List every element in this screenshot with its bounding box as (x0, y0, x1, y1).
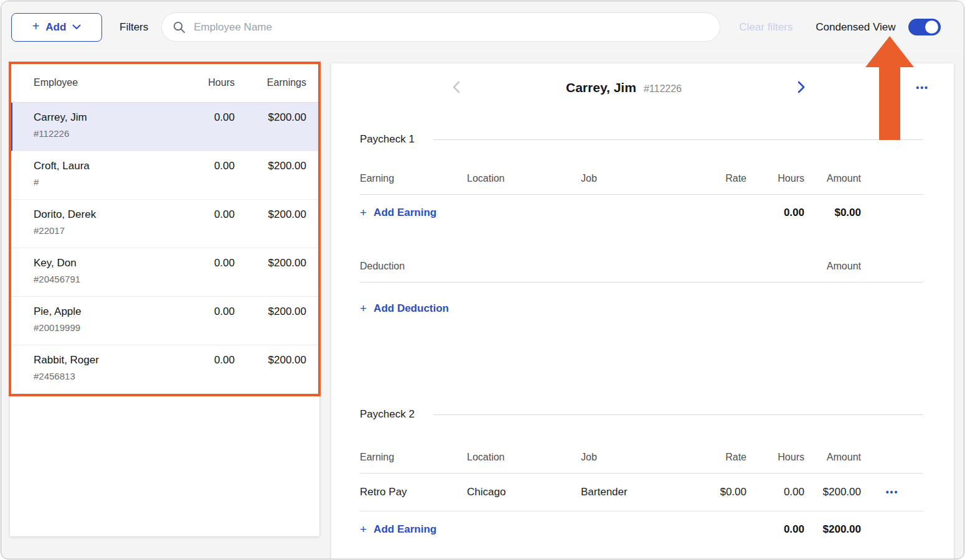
employee-row[interactable]: Rabbit, Roger #2456813 0.00 $200.00 (10, 345, 319, 394)
employee-id: #22017 (34, 225, 179, 236)
employee-list-header: Employee Hours Earnings (10, 63, 319, 103)
detail-header: Carrey, Jim#112226 ••• (331, 63, 954, 108)
add-deduction-button[interactable]: + Add Deduction (360, 302, 449, 315)
employee-name: Croft, Laura (34, 160, 179, 172)
condensed-view-toggle[interactable] (908, 19, 941, 35)
app-window: + Add Filters Clear filters Condensed Vi… (1, 1, 964, 559)
employee-id: #20019999 (34, 322, 179, 333)
employee-earnings: $200.00 (235, 257, 306, 269)
next-employee-button[interactable] (793, 80, 808, 96)
search-icon (172, 20, 186, 34)
deductions-table-header: Deduction Amount (360, 261, 923, 282)
earning-location: Chicago (467, 486, 581, 498)
clear-filters-button[interactable]: Clear filters (739, 21, 793, 34)
paycheck-1-title-row: Paycheck 1 (360, 133, 923, 146)
column-header-hours: Hours (179, 77, 235, 88)
employee-name: Rabbit, Roger (34, 354, 179, 366)
employee-id: # (34, 177, 179, 187)
paycheck-2-title: Paycheck 2 (360, 408, 415, 421)
toggle-knob (925, 21, 938, 34)
employee-id: #2456813 (34, 371, 179, 381)
column-header-earning: Earning (360, 173, 467, 184)
employee-hours: 0.00 (179, 306, 235, 318)
chevron-right-icon (793, 80, 808, 95)
paycheck-1-title: Paycheck 1 (360, 133, 415, 146)
earning-job: Bartender (581, 486, 690, 498)
employee-id: #112226 (34, 128, 179, 139)
header-ellipsis-menu-button[interactable]: ••• (912, 82, 933, 93)
plus-icon: + (32, 19, 40, 34)
employee-row[interactable]: Dorito, Derek #22017 0.00 $200.00 (10, 200, 319, 248)
earning-hours: 0.00 (746, 486, 804, 498)
detail-title: Carrey, Jim#112226 (331, 80, 916, 95)
paycheck-2-total-amount: $200.00 (804, 523, 861, 536)
filters-button[interactable]: Filters (120, 21, 148, 34)
earnings-table-header: Earning Location Job Rate Hours Amount (360, 452, 923, 474)
employee-hours: 0.00 (179, 111, 235, 124)
employee-hours: 0.00 (179, 257, 235, 269)
add-earning-button[interactable]: + Add Earning (360, 206, 436, 220)
employee-hours: 0.00 (179, 208, 235, 221)
column-header-rate: Rate (690, 173, 746, 184)
employee-earnings: $200.00 (235, 208, 306, 221)
employee-cell: Croft, Laura # (34, 160, 179, 187)
employee-row[interactable]: Pie, Apple #20019999 0.00 $200.00 (10, 297, 319, 345)
column-header-employee: Employee (34, 77, 179, 88)
column-header-deduction-amount: Amount (804, 261, 861, 272)
employee-hours: 0.00 (179, 354, 235, 366)
employee-cell: Carrey, Jim #112226 (34, 111, 179, 139)
plus-icon: + (360, 523, 367, 536)
employee-cell: Key, Don #20456791 (34, 257, 179, 284)
employee-row[interactable]: Key, Don #20456791 0.00 $200.00 (10, 248, 319, 297)
employee-row[interactable]: Croft, Laura # 0.00 $200.00 (10, 151, 319, 200)
add-button-label: Add (45, 21, 66, 34)
employee-earnings: $200.00 (235, 160, 306, 172)
paycheck-1-total-hours: 0.00 (746, 207, 804, 219)
add-earning-label: Add Earning (374, 207, 436, 219)
earning-name: Retro Pay (360, 486, 467, 498)
paycheck-1-section: Paycheck 1 Earning Location Job Rate Hou… (360, 133, 923, 335)
employee-earnings: $200.00 (235, 354, 306, 366)
column-header-rate: Rate (690, 452, 746, 463)
column-header-earning: Earning (360, 452, 467, 463)
detail-employee-id: #112226 (644, 83, 682, 94)
section-divider (433, 414, 923, 415)
chevron-down-icon (72, 24, 81, 30)
topbar: + Add Filters Clear filters Condensed Vi… (1, 1, 964, 53)
employee-id: #20456791 (34, 274, 179, 284)
column-header-location: Location (467, 173, 581, 184)
add-earning-button[interactable]: + Add Earning (360, 523, 436, 536)
employee-cell: Dorito, Derek #22017 (34, 208, 179, 236)
add-earning-label: Add Earning (374, 523, 436, 536)
employee-row[interactable]: Carrey, Jim #112226 0.00 $200.00 (10, 103, 319, 151)
column-header-earnings: Earnings (235, 77, 306, 88)
earning-row: Retro Pay Chicago Bartender $0.00 0.00 $… (360, 474, 923, 511)
search-input[interactable] (192, 21, 710, 34)
column-header-location: Location (467, 452, 581, 463)
paycheck-1-add-earning-row: + Add Earning 0.00 $0.00 (360, 195, 923, 231)
employee-name: Carrey, Jim (34, 111, 179, 124)
employee-hours: 0.00 (179, 160, 235, 172)
add-button[interactable]: + Add (11, 13, 102, 42)
employee-name: Pie, Apple (34, 306, 179, 318)
plus-icon: + (360, 302, 367, 315)
paycheck-detail-panel: Carrey, Jim#112226 ••• Paycheck 1 Earnin… (331, 63, 954, 559)
paycheck-2-title-row: Paycheck 2 (360, 408, 923, 421)
employee-earnings: $200.00 (235, 111, 306, 124)
employee-name: Key, Don (34, 257, 179, 269)
search-box[interactable] (161, 12, 720, 42)
condensed-view-label: Condensed View (816, 21, 895, 34)
column-header-amount: Amount (804, 173, 861, 184)
add-deduction-label: Add Deduction (374, 302, 449, 315)
employee-cell: Rabbit, Roger #2456813 (34, 354, 179, 381)
section-divider (433, 139, 923, 140)
earning-row-ellipsis-menu-button[interactable]: ••• (861, 487, 923, 498)
earnings-table-header: Earning Location Job Rate Hours Amount (360, 173, 923, 195)
column-header-hours: Hours (746, 173, 804, 184)
column-header-hours: Hours (746, 452, 804, 463)
paycheck-2-add-earning-row: + Add Earning 0.00 $200.00 (360, 511, 923, 548)
employee-name: Dorito, Derek (34, 208, 179, 221)
employee-list-panel: Employee Hours Earnings Carrey, Jim #112… (10, 63, 319, 536)
column-header-deduction: Deduction (360, 261, 690, 272)
earning-rate: $0.00 (690, 486, 746, 498)
